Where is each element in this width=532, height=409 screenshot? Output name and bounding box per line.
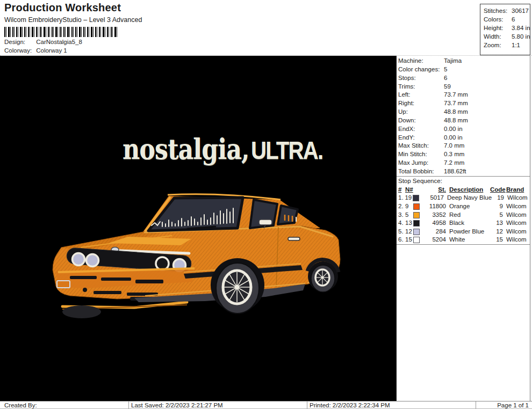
info-machine: Machine:Tajima bbox=[397, 57, 530, 65]
info-color-changes: Color changes:5 bbox=[397, 65, 530, 74]
design-canvas: nostalgia, ULTRA. bbox=[0, 56, 396, 401]
info-min-stitch: Min Stitch:0.3 mm bbox=[397, 150, 530, 159]
info-max-jump: Max Jump:7.2 mm bbox=[397, 159, 530, 167]
car-embroidery-graphic bbox=[48, 185, 349, 330]
software-subtitle: Wilcom EmbroideryStudio – Level 3 Advanc… bbox=[4, 16, 142, 24]
info-up: Up:48.8 mm bbox=[397, 108, 530, 116]
thread-color-swatch bbox=[413, 237, 420, 243]
thread-color-swatch bbox=[413, 195, 419, 201]
table-row: 6.15 5204White 15Wilcom bbox=[397, 236, 530, 244]
lettering-ultra: ULTRA. bbox=[251, 135, 322, 165]
colorway-row: Colorway: Colorway 1 bbox=[4, 47, 67, 54]
thread-color-swatch bbox=[413, 220, 420, 227]
info-trims: Trims:59 bbox=[397, 83, 530, 91]
machine-info-list: Machine:Tajima Color changes:5 Stops:6 T… bbox=[397, 56, 530, 176]
production-worksheet-page: Production Worksheet Wilcom EmbroiderySt… bbox=[0, 0, 532, 409]
table-row: 3.5 3352Red 5Wilcom bbox=[397, 211, 530, 220]
design-value: CarNostalgia5_8 bbox=[36, 39, 82, 45]
info-left: Left:73.7 mm bbox=[397, 91, 530, 99]
stop-sequence-table: # N# St. Description Code Brand 1.19 501… bbox=[397, 186, 530, 245]
table-row: 2.9 11800Orange 9Wilcom bbox=[397, 202, 530, 211]
page-number-cell: Page 1 of 1 bbox=[476, 401, 532, 409]
page-title: Production Worksheet bbox=[4, 2, 121, 14]
stop-sequence-header: # N# St. Description Code Brand bbox=[397, 186, 530, 194]
stat-zoom: Zoom:1:1 bbox=[484, 41, 530, 49]
table-row: 5.12 284Powder Blue 12Wilcom bbox=[397, 228, 530, 236]
thread-color-swatch bbox=[413, 229, 420, 235]
header: Production Worksheet Wilcom EmbroiderySt… bbox=[0, 0, 532, 56]
info-max-stitch: Max Stitch:7.0 mm bbox=[397, 142, 530, 150]
stat-height: Height:3.84 in bbox=[484, 24, 530, 32]
machine-info-panel: Machine:Tajima Color changes:5 Stops:6 T… bbox=[396, 56, 530, 401]
info-endy: EndY:0.00 in bbox=[397, 134, 530, 142]
info-total-bobbin: Total Bobbin:188.62ft bbox=[397, 167, 530, 176]
colorway-label: Colorway: bbox=[4, 47, 34, 54]
barcode-icon bbox=[4, 27, 118, 37]
stat-stitches: Stitches:30617 bbox=[484, 6, 530, 15]
info-right: Right:73.7 mm bbox=[397, 99, 530, 108]
thread-color-swatch bbox=[413, 212, 420, 218]
printed-cell: Printed: 2/2/2023 2:22:34 PM bbox=[307, 401, 476, 409]
stat-width: Width:5.80 in bbox=[484, 32, 530, 41]
table-row: 1.19 5017Deep Navy Blue 19Wilcom bbox=[397, 194, 530, 202]
last-saved-cell: Last Saved: 2/2/2023 2:21:27 PM bbox=[129, 401, 307, 409]
summary-stats-box: Stitches:30617 Colors:6 Height:3.84 in W… bbox=[480, 4, 530, 55]
lettering-nostalgia: nostalgia, bbox=[123, 133, 249, 165]
table-row: 4.13 4958Black 13Wilcom bbox=[397, 219, 530, 228]
design-lettering: nostalgia, ULTRA. bbox=[123, 133, 322, 165]
footer-bar: Created By: Last Saved: 2/2/2023 2:21:27… bbox=[0, 401, 532, 409]
stat-colors: Colors:6 bbox=[484, 15, 530, 24]
thread-color-swatch bbox=[413, 203, 420, 210]
design-row: Design: CarNostalgia5_8 bbox=[4, 39, 82, 45]
colorway-value: Colorway 1 bbox=[36, 47, 67, 54]
created-by-cell: Created By: bbox=[0, 401, 129, 409]
design-label: Design: bbox=[4, 39, 34, 45]
stop-sequence-title: Stop Sequence: bbox=[397, 176, 530, 186]
info-down: Down:48.8 mm bbox=[397, 116, 530, 125]
info-endx: EndX:0.00 in bbox=[397, 125, 530, 134]
info-stops: Stops:6 bbox=[397, 74, 530, 83]
